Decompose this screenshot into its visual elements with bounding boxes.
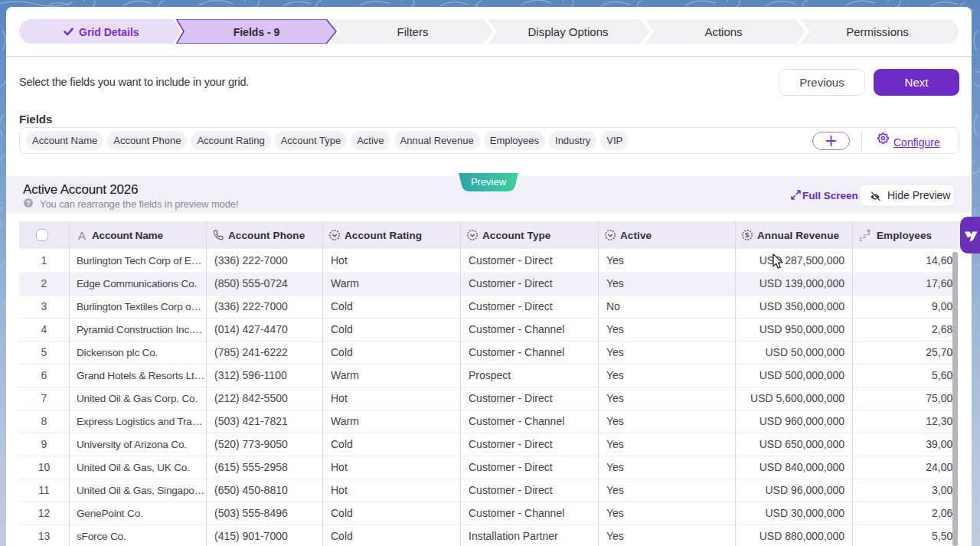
svg-text:$: $ <box>745 230 750 239</box>
svg-text:Filters: Filters <box>397 25 429 38</box>
svg-text:Grid Details: Grid Details <box>79 26 139 38</box>
svg-text:Display Options: Display Options <box>528 25 608 38</box>
svg-text:2: 2 <box>863 233 866 240</box>
svg-text:A: A <box>78 230 86 240</box>
svg-text:1: 1 <box>859 236 862 242</box>
svg-text:Permissions: Permissions <box>846 25 909 38</box>
svg-text:Actions: Actions <box>704 25 742 38</box>
svg-text:Fields - 9: Fields - 9 <box>234 26 280 38</box>
